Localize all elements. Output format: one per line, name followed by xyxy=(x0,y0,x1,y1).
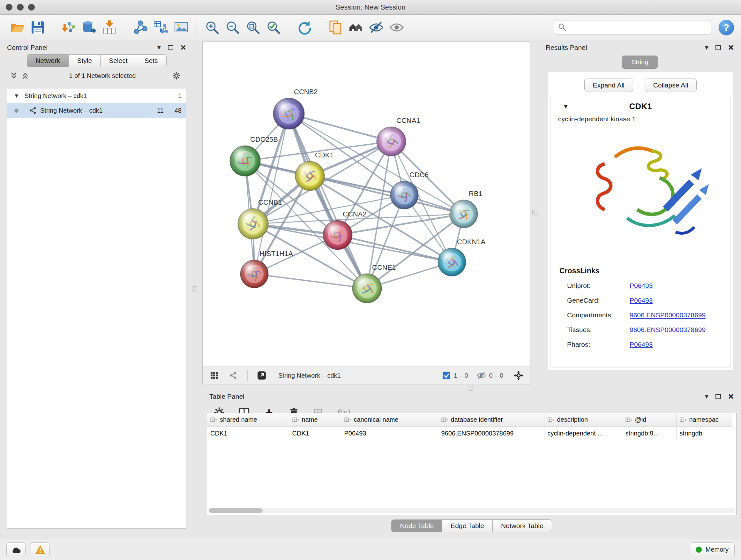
cloud-status-button[interactable] xyxy=(6,543,25,557)
export-image-icon xyxy=(174,20,189,35)
close-panel-icon[interactable]: ✕ xyxy=(728,393,734,400)
crosslinks-list: Uniprot:P06493GeneCard:P06493Compartment… xyxy=(550,278,731,352)
close-panel-icon[interactable]: ✕ xyxy=(728,44,734,51)
crosslink-value-link[interactable]: P06493 xyxy=(630,341,653,348)
memory-button[interactable]: Memory xyxy=(690,543,735,557)
save-session-button[interactable] xyxy=(27,17,48,38)
tab-network-table[interactable]: Network Table xyxy=(493,519,552,532)
hide-selected-button[interactable] xyxy=(366,17,387,38)
zoom-in-button[interactable] xyxy=(202,17,222,38)
new-network-button[interactable] xyxy=(130,17,151,38)
float-panel-icon[interactable] xyxy=(716,45,721,50)
export-image-button[interactable] xyxy=(171,17,192,38)
memory-status-dot xyxy=(696,547,702,553)
tab-style[interactable]: Style xyxy=(69,54,100,67)
warning-icon xyxy=(35,545,45,555)
crosslink-row: Uniprot:P06493 xyxy=(550,278,731,293)
network-label: String Network – cdk1 xyxy=(40,107,103,114)
network-canvas[interactable]: CCNB2CCNA1CDC25BCDK1CDC6RB1CCNB1CCNA2CDK… xyxy=(203,42,530,367)
zoom-window-button[interactable] xyxy=(28,4,35,10)
crosslink-value-link[interactable]: 9606.ENSP00000378699 xyxy=(630,311,705,319)
open-session-button[interactable] xyxy=(7,17,27,38)
network-from-table-button[interactable] xyxy=(151,17,171,38)
scrollbar-thumb[interactable] xyxy=(209,508,263,513)
network-node-count: 11 xyxy=(149,107,164,114)
tab-string[interactable]: String xyxy=(622,56,658,69)
table-row[interactable]: CDK1CDK1P064939606.ENSP00000378699cyclin… xyxy=(207,427,732,440)
panel-menu-icon[interactable]: ▾ xyxy=(705,44,709,51)
column-header-shared-name[interactable]: shared name xyxy=(207,413,289,427)
import-network-file-icon xyxy=(61,20,76,35)
minimize-window-button[interactable] xyxy=(17,4,23,10)
tab-node-table[interactable]: Node Table xyxy=(391,519,442,532)
svg-text:CDKN1A: CDKN1A xyxy=(457,238,486,246)
checkbox-icon[interactable] xyxy=(442,371,451,380)
crosslink-label: GeneCard: xyxy=(567,297,630,304)
show-all-button[interactable] xyxy=(387,17,407,38)
tree-expand-icon[interactable]: ▼ xyxy=(14,92,19,99)
horizontal-scrollbar[interactable] xyxy=(208,508,735,513)
search-input[interactable] xyxy=(554,20,711,35)
crosslink-row: GeneCard:P06493 xyxy=(550,293,731,308)
tab-edge-table[interactable]: Edge Table xyxy=(442,519,493,532)
network-overview-button[interactable] xyxy=(346,17,366,38)
apply-layout-button[interactable] xyxy=(294,17,315,38)
column-header-namespac[interactable]: namespac xyxy=(676,413,732,427)
import-table-button[interactable] xyxy=(99,17,120,38)
expand-all-button[interactable]: Expand All xyxy=(584,78,633,92)
network-row[interactable]: String Network – cdk1 11 48 xyxy=(7,103,186,118)
hidden-eye-slash-icon[interactable] xyxy=(476,371,486,380)
help-icon: ? xyxy=(724,22,729,33)
close-window-button[interactable] xyxy=(6,4,12,10)
network-tree: ▼ String Network – cdk1 1 String Network… xyxy=(7,88,186,529)
collapse-all-button[interactable]: Collapse All xyxy=(645,78,697,92)
float-panel-icon[interactable] xyxy=(716,394,721,399)
cloud-icon xyxy=(10,545,21,554)
zoom-selected-icon xyxy=(266,20,281,35)
panel-menu-icon[interactable]: ▾ xyxy=(705,393,709,400)
right-splitter-handle[interactable] xyxy=(532,210,537,215)
column-header-@id[interactable]: @id xyxy=(622,413,676,427)
crosslink-value-link[interactable]: 9606.ENSP00000378699 xyxy=(630,326,705,334)
zoom-fit-button[interactable] xyxy=(243,17,263,38)
crosslink-value-link[interactable]: P06493 xyxy=(630,297,653,304)
tab-sets[interactable]: Sets xyxy=(136,54,166,67)
results-panel-title: Results Panel xyxy=(546,44,587,51)
column-header-database-identifier[interactable]: database identifier xyxy=(438,413,544,427)
zoom-selected-button[interactable] xyxy=(263,17,284,38)
help-button[interactable]: ? xyxy=(719,20,734,35)
column-header-canonical-name[interactable]: canonical name xyxy=(341,413,438,427)
protein-structure-image xyxy=(565,127,716,261)
left-splitter-handle[interactable] xyxy=(192,287,197,292)
grid-view-button[interactable] xyxy=(207,369,221,382)
svg-text:CDC25B: CDC25B xyxy=(250,135,278,143)
title-bar: Session: New Session xyxy=(0,0,741,15)
network-collection-row[interactable]: ▼ String Network – cdk1 1 xyxy=(7,88,186,103)
import-network-database-button[interactable] xyxy=(79,17,99,38)
birds-eye-view-button[interactable] xyxy=(512,369,526,382)
bottom-splitter-handle[interactable] xyxy=(468,386,473,391)
collapse-all-icon[interactable] xyxy=(10,71,18,80)
panel-menu-icon[interactable]: ▾ xyxy=(157,44,161,51)
column-header-name[interactable]: name xyxy=(289,413,341,427)
crosshair-move-icon xyxy=(514,370,524,381)
network-share-button[interactable] xyxy=(226,369,240,382)
import-network-file-button[interactable] xyxy=(58,17,79,38)
crosslink-value-link[interactable]: P06493 xyxy=(630,282,653,290)
gear-icon[interactable] xyxy=(172,71,181,80)
crosslink-row: Tissues:9606.ENSP00000378699 xyxy=(550,322,731,337)
warnings-button[interactable] xyxy=(30,543,50,557)
close-panel-icon[interactable]: ✕ xyxy=(180,44,186,51)
zoom-out-button[interactable] xyxy=(222,17,243,38)
open-in-new-window-button[interactable] xyxy=(255,369,269,382)
column-header-description[interactable]: description xyxy=(544,413,622,427)
zoom-fit-icon xyxy=(246,20,261,35)
network-icon xyxy=(29,106,37,115)
tab-select[interactable]: Select xyxy=(100,54,136,67)
expand-all-icon[interactable] xyxy=(21,71,29,80)
tab-network[interactable]: Network xyxy=(27,54,69,67)
svg-text:CDC6: CDC6 xyxy=(409,171,428,179)
copy-document-button[interactable] xyxy=(325,17,346,38)
crosslink-row: Compartments:9606.ENSP00000378699 xyxy=(550,308,731,322)
float-panel-icon[interactable] xyxy=(168,45,173,50)
